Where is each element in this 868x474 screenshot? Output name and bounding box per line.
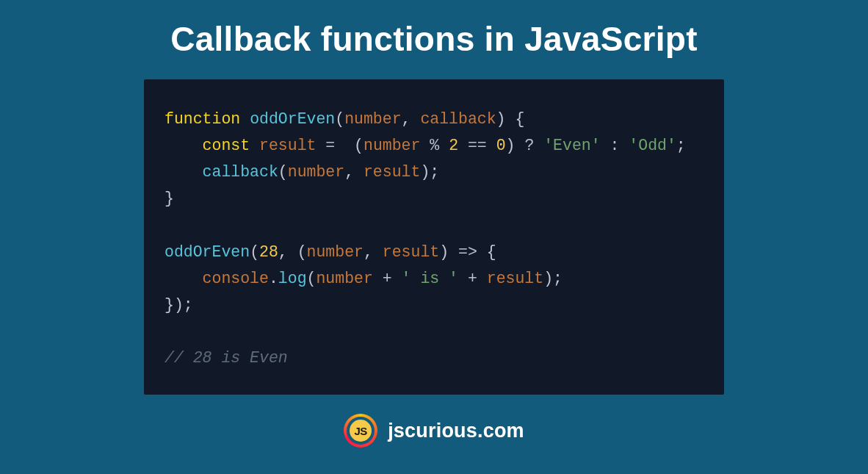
- num-2: 2: [449, 137, 458, 154]
- cb-param-result: result: [383, 243, 439, 261]
- num-28: 28: [259, 243, 278, 261]
- param-number: number: [344, 110, 401, 128]
- log-arg-result: result: [487, 270, 543, 287]
- footer: JS jscurious.com: [344, 414, 524, 448]
- call-oddoreven: oddOrEven: [164, 243, 250, 261]
- comment-output: // 28 is Even: [164, 349, 288, 367]
- var-result: result: [259, 137, 316, 154]
- op-mod: %: [430, 137, 439, 154]
- logo-text: JS: [350, 420, 372, 442]
- op-eq: ==: [468, 137, 487, 154]
- arg-result: result: [364, 163, 420, 181]
- code-block: function oddOrEven(number, callback) { c…: [144, 79, 724, 395]
- str-even: 'Even': [543, 137, 600, 154]
- keyword-const: const: [203, 137, 250, 154]
- arrow: =>: [458, 243, 477, 261]
- cb-param-number: number: [307, 243, 364, 261]
- obj-console: console: [203, 270, 269, 287]
- num-0: 0: [496, 137, 506, 154]
- keyword-function: function: [164, 110, 240, 128]
- function-name: oddOrEven: [250, 110, 335, 128]
- str-odd: 'Odd': [629, 137, 676, 154]
- param-callback: callback: [420, 110, 496, 128]
- logo-icon: JS: [344, 414, 377, 448]
- page-title: Callback functions in JavaScript: [170, 19, 698, 59]
- site-name: jscurious.com: [388, 420, 524, 442]
- call-callback: callback: [203, 163, 278, 181]
- arg-number: number: [288, 163, 344, 181]
- fn-log: log: [278, 270, 307, 287]
- log-arg-number: number: [316, 270, 372, 287]
- ref-number: number: [364, 137, 420, 154]
- str-is: ' is ': [402, 270, 458, 287]
